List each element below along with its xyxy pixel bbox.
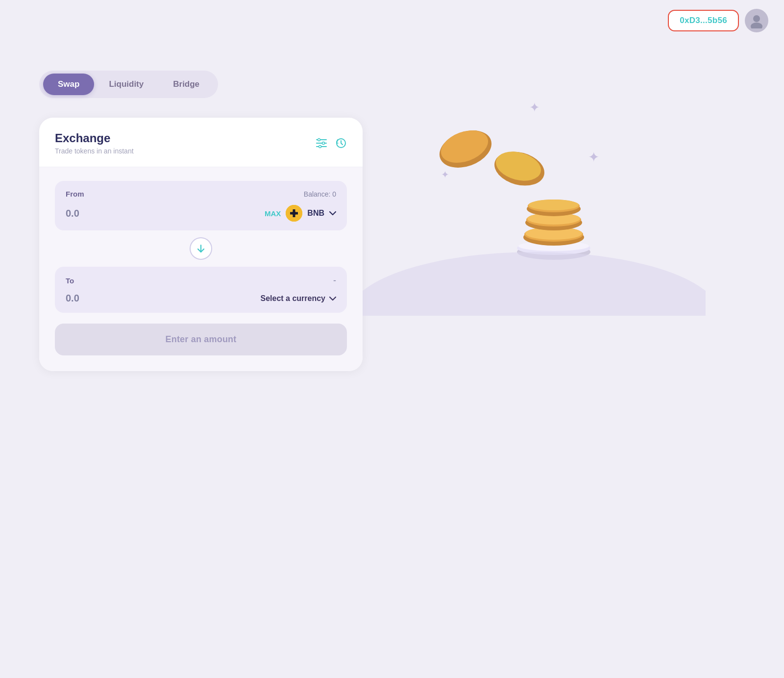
swap-direction-button[interactable] <box>190 237 212 260</box>
pancake-illustration: ✦ ✦ ✦ <box>402 71 745 316</box>
to-label: To <box>66 276 74 285</box>
svg-rect-13 <box>295 212 298 215</box>
tab-liquidity[interactable]: Liquidity <box>94 74 158 95</box>
exchange-title-group: Exchange Trade tokens in an instant <box>55 131 134 155</box>
history-icon-button[interactable] <box>335 137 347 149</box>
to-amount[interactable]: 0.0 <box>66 293 79 304</box>
from-label: From <box>66 190 84 198</box>
exchange-title: Exchange <box>55 131 134 145</box>
svg-rect-12 <box>293 215 295 217</box>
exchange-card: Exchange Trade tokens in an instant <box>39 118 363 371</box>
balance-display: Balance: 0 <box>304 190 336 198</box>
background-hill <box>363 208 706 316</box>
exchange-subtitle: Trade tokens in an instant <box>55 147 134 155</box>
left-panel: Swap Liquidity Bridge Exchange Trade tok… <box>39 71 363 371</box>
from-token-box: From Balance: 0 0.0 MAX <box>55 181 347 230</box>
from-label-row: From Balance: 0 <box>66 190 336 198</box>
svg-rect-11 <box>293 209 295 212</box>
tab-bar: Swap Liquidity Bridge <box>39 71 218 98</box>
svg-point-7 <box>319 146 321 148</box>
svg-rect-14 <box>290 212 293 215</box>
right-panel: ✦ ✦ ✦ <box>402 71 745 316</box>
enter-amount-button[interactable]: Enter an amount <box>55 324 347 355</box>
wallet-address-button[interactable]: 0xD3...5b56 <box>668 10 739 31</box>
to-token-box: To - 0.0 Select a currency <box>55 267 347 313</box>
settings-icon-button[interactable] <box>316 138 327 149</box>
header: 0xD3...5b56 <box>0 0 784 41</box>
swap-arrow-container <box>55 237 347 260</box>
currency-selector[interactable]: Select a currency <box>260 294 336 303</box>
header-icons <box>316 137 347 149</box>
svg-point-31 <box>363 252 706 316</box>
currency-chevron-icon <box>329 294 336 303</box>
from-chevron-icon[interactable] <box>329 209 336 217</box>
from-token-name: BNB <box>307 209 324 218</box>
currency-selector-text: Select a currency <box>260 294 325 303</box>
user-avatar[interactable] <box>745 9 768 32</box>
from-token-selector: MAX <box>265 205 336 222</box>
svg-point-0 <box>753 15 760 22</box>
svg-point-1 <box>751 23 762 28</box>
to-dash: - <box>333 276 336 286</box>
from-amount[interactable]: 0.0 <box>66 208 79 219</box>
bnb-token-icon <box>286 205 302 222</box>
to-label-row: To - <box>66 276 336 286</box>
exchange-header: Exchange Trade tokens in an instant <box>39 118 363 167</box>
exchange-body: From Balance: 0 0.0 MAX <box>39 167 363 371</box>
tab-bridge[interactable]: Bridge <box>158 74 214 95</box>
to-input-row: 0.0 Select a currency <box>66 293 336 304</box>
from-input-row: 0.0 MAX <box>66 205 336 222</box>
tab-swap[interactable]: Swap <box>43 74 94 95</box>
svg-point-5 <box>318 139 320 141</box>
main-content: Swap Liquidity Bridge Exchange Trade tok… <box>0 41 784 371</box>
svg-point-6 <box>322 142 325 145</box>
max-button[interactable]: MAX <box>265 209 281 218</box>
